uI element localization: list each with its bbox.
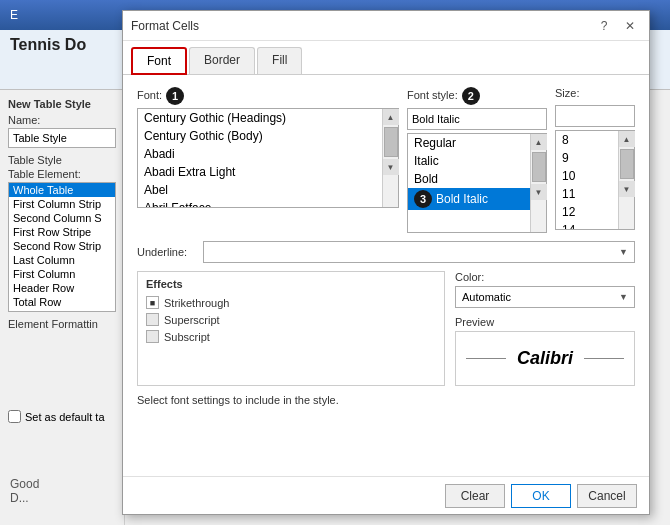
font-style-listbox[interactable]: Regular Italic Bold 3 Bold Italic ▲ ▼: [407, 133, 547, 233]
style-item-regular[interactable]: Regular: [408, 134, 530, 152]
font-label: Font:: [137, 89, 162, 101]
font-item[interactable]: Abril Fatface: [138, 199, 382, 207]
info-text: Select font settings to include in the s…: [137, 394, 635, 406]
font-listbox[interactable]: Century Gothic (Headings) Century Gothic…: [137, 108, 399, 208]
size-scrollbar[interactable]: ▲ ▼: [618, 131, 634, 229]
size-input-area: [555, 105, 635, 127]
strikethrough-item: Strikethrough: [146, 296, 436, 309]
size-item[interactable]: 9: [556, 149, 618, 167]
font-item[interactable]: Century Gothic (Headings): [138, 109, 382, 127]
font-item[interactable]: Abel: [138, 181, 382, 199]
subscript-checkbox[interactable]: [146, 330, 159, 343]
size-listbox[interactable]: 8 9 10 11 12 14 ▲ ▼: [555, 130, 635, 230]
preview-section: Preview Calibri: [455, 316, 635, 386]
size-col-header: Size:: [555, 87, 635, 102]
scroll-down-arrow[interactable]: ▼: [383, 159, 399, 175]
bg-sidebar: New Table Style Name: Table Style Table …: [0, 90, 125, 525]
font-col-header: Font: 1: [137, 87, 399, 105]
color-label: Color:: [455, 271, 635, 283]
preview-area: Calibri: [455, 331, 635, 386]
circle-3: 3: [414, 190, 432, 208]
tab-font[interactable]: Font: [131, 47, 187, 75]
subscript-item: Subscript: [146, 330, 436, 343]
set-default-area: Set as default ta: [8, 410, 116, 423]
scroll-up-arrow[interactable]: ▲: [619, 131, 635, 147]
set-default-label: Set as default ta: [25, 411, 105, 423]
list-item[interactable]: Last Column: [9, 253, 115, 267]
scroll-thumb[interactable]: [532, 152, 546, 182]
underline-select[interactable]: ▼: [203, 241, 635, 263]
size-current[interactable]: [555, 105, 635, 127]
font-style-col-header: Font style: 2: [407, 87, 547, 105]
table-style-heading: Table Style: [8, 154, 116, 166]
scroll-up-arrow[interactable]: ▲: [531, 134, 547, 150]
superscript-checkbox[interactable]: [146, 313, 159, 326]
close-button[interactable]: ✕: [619, 15, 641, 37]
scroll-down-arrow[interactable]: ▼: [531, 184, 547, 200]
list-item[interactable]: Second Row Strip: [9, 239, 115, 253]
list-item[interactable]: First Row Stripe: [9, 225, 115, 239]
list-item[interactable]: First Column: [9, 267, 115, 281]
size-item[interactable]: 12: [556, 203, 618, 221]
list-item[interactable]: Second Column S: [9, 211, 115, 225]
table-element-list[interactable]: Whole Table First Column Strip Second Co…: [8, 182, 116, 312]
superscript-item: Superscript: [146, 313, 436, 326]
list-item[interactable]: First Column Strip: [9, 197, 115, 211]
circle-2: 2: [462, 87, 480, 105]
clear-button[interactable]: Clear: [445, 484, 505, 508]
scroll-thumb[interactable]: [384, 127, 398, 157]
underline-dropdown-arrow: ▼: [619, 247, 628, 257]
bg-bottom-label: Good D...: [10, 477, 39, 505]
size-item[interactable]: 10: [556, 167, 618, 185]
bg-title-text: E: [10, 8, 18, 22]
size-item[interactable]: 11: [556, 185, 618, 203]
set-default-checkbox[interactable]: [8, 410, 21, 423]
color-dropdown-arrow: ▼: [619, 292, 628, 302]
font-item[interactable]: Century Gothic (Body): [138, 127, 382, 145]
size-item[interactable]: 14: [556, 221, 618, 229]
scroll-down-arrow[interactable]: ▼: [619, 181, 635, 197]
font-style-input-area: Bold Italic: [407, 108, 547, 130]
font-column: Font: 1 Century Gothic (Headings) Centur…: [137, 87, 399, 233]
style-item-italic[interactable]: Italic: [408, 152, 530, 170]
dialog-title: Format Cells: [131, 19, 199, 33]
dialog-body: Font: 1 Century Gothic (Headings) Centur…: [123, 75, 649, 428]
font-list-inner: Century Gothic (Headings) Century Gothic…: [138, 109, 382, 207]
font-item[interactable]: Abadi: [138, 145, 382, 163]
font-scrollbar[interactable]: ▲ ▼: [382, 109, 398, 207]
effects-title: Effects: [146, 278, 436, 290]
help-button[interactable]: ?: [593, 15, 615, 37]
effects-color-section: Effects Strikethrough Superscript Subscr…: [137, 271, 635, 386]
list-item[interactable]: Whole Table: [9, 183, 115, 197]
superscript-label: Superscript: [164, 314, 220, 326]
element-formatting-label: Element Formattin: [8, 318, 116, 330]
list-item[interactable]: Total Row: [9, 295, 115, 309]
scroll-thumb[interactable]: [620, 149, 634, 179]
new-table-style-label: New Table Style: [8, 98, 116, 110]
font-style-label: Font style:: [407, 89, 458, 101]
underline-row: Underline: ▼: [137, 241, 635, 263]
dialog-footer: Clear OK Cancel: [123, 476, 649, 514]
style-scrollbar[interactable]: ▲ ▼: [530, 134, 546, 232]
tab-fill[interactable]: Fill: [257, 47, 302, 74]
color-select[interactable]: Automatic ▼: [455, 286, 635, 308]
font-item[interactable]: Abadi Extra Light: [138, 163, 382, 181]
style-item-bold[interactable]: Bold: [408, 170, 530, 188]
tab-border[interactable]: Border: [189, 47, 255, 74]
ok-button[interactable]: OK: [511, 484, 571, 508]
color-preview-col: Color: Automatic ▼ Preview Calibri: [455, 271, 635, 386]
color-value: Automatic: [462, 291, 511, 303]
size-list-inner: 8 9 10 11 12 14: [556, 131, 618, 229]
scroll-up-arrow[interactable]: ▲: [383, 109, 399, 125]
font-style-current[interactable]: Bold Italic: [407, 108, 547, 130]
strikethrough-checkbox[interactable]: [146, 296, 159, 309]
style-item-bold-italic[interactable]: 3 Bold Italic: [408, 188, 530, 210]
size-item[interactable]: 8: [556, 131, 618, 149]
strikethrough-label: Strikethrough: [164, 297, 229, 309]
list-item[interactable]: Header Row: [9, 281, 115, 295]
cancel-button[interactable]: Cancel: [577, 484, 637, 508]
dialog-titlebar: Format Cells ? ✕: [123, 11, 649, 41]
dialog-title-buttons: ? ✕: [593, 15, 641, 37]
name-input[interactable]: [8, 128, 116, 148]
preview-label: Preview: [455, 316, 635, 328]
